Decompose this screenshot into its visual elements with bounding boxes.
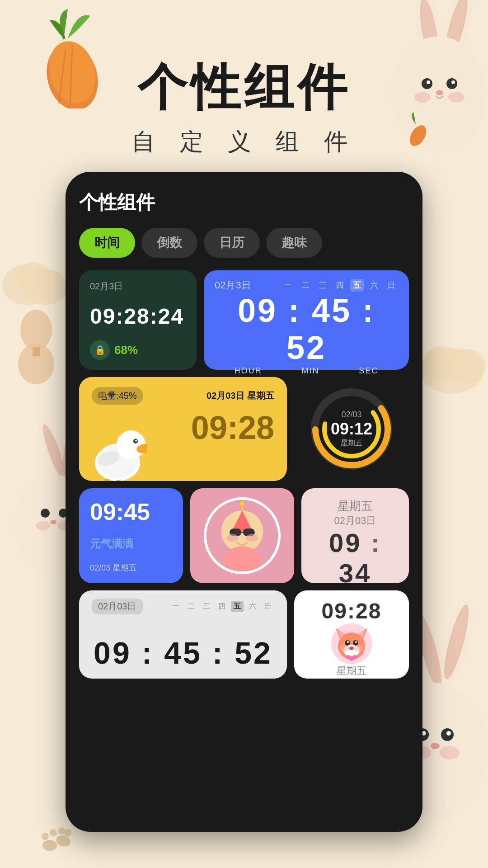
cute-weekday: 星期五 [337,664,366,678]
battery-row: 🔒 68% [90,340,186,360]
widget-blue-clock[interactable]: 02月3日 一 二 三 四 五 六 日 09 : 45 : 52 HOUR MI… [204,270,409,370]
widget-pink-time[interactable]: 星期五 02月03日 09 : 34 [301,488,409,583]
svg-point-25 [39,423,69,481]
avatar-circle [204,497,281,574]
svg-point-87 [354,645,363,651]
tab-countdown[interactable]: 倒数 [141,228,197,258]
svg-point-37 [432,597,480,689]
battery-text: 68% [114,343,138,357]
svg-point-44 [446,731,451,736]
pink-weekday: 星期五 [314,498,396,514]
svg-point-28 [41,509,50,518]
svg-point-49 [42,840,57,851]
wd-sat: 六 [367,279,381,292]
svg-point-78 [345,640,350,646]
wd-thu: 四 [333,279,347,292]
svg-point-42 [441,728,454,741]
yellow-battery: 电量:45% [92,387,143,405]
white-date: 02月03日 [92,599,143,614]
svg-point-72 [227,534,239,542]
yellow-date: 02月03日 星期五 [206,390,274,402]
widget-yellow-duck[interactable]: 电量:45% 02月03日 星期五 09:28 [79,377,287,481]
phone-mockup: 个性组件 时间 倒数 日历 趣味 02月3日 09:28:24 🔒 6 [66,172,422,832]
svg-point-7 [441,0,472,62]
svg-point-54 [64,829,71,836]
pink-date: 02月03日 [314,514,396,528]
svg-point-30 [50,520,56,524]
w-wd-wed: 三 [200,601,213,612]
white-weekdays: 一 二 三 四 五 六 日 [169,601,274,612]
svg-point-34 [422,346,463,382]
white-time: 09 : 45 : 52 [92,635,274,670]
svg-point-85 [353,655,357,659]
pink-time-display: 09 : 34 [314,528,396,588]
min-label: MIN [301,366,319,376]
svg-point-50 [55,834,71,848]
widget-circle-clock[interactable]: 02/03 09:12 星期五 [294,377,409,481]
sec-label: SEC [359,366,378,376]
wd-sun: 日 [385,279,398,292]
svg-point-17 [2,264,52,305]
svg-rect-22 [33,347,40,356]
blue-date: 02月3日 [215,278,251,292]
svg-point-82 [349,646,354,650]
duck-illustration [88,413,147,481]
svg-point-47 [440,746,460,760]
w-wd-sun: 日 [262,601,274,612]
page-title-area: 个性组件 自 定 义 组 件 [0,54,488,158]
w-wd-mon: 一 [169,601,182,612]
svg-point-80 [347,641,349,643]
tab-time[interactable]: 时间 [79,228,135,258]
dark-widget-date: 02月3日 [90,280,186,292]
svg-point-21 [18,344,54,384]
blue-small-time: 09:45 [90,498,172,525]
w-wd-tue: 二 [185,601,197,612]
widget-row-1: 02月3日 09:28:24 🔒 68% 02月3日 一 二 三 四 五 [79,270,409,370]
dark-widget-time: 09:28:24 [90,304,186,329]
widget-white-digital[interactable]: 02月03日 一 二 三 四 五 六 日 09 : 45 : 52 [79,590,287,679]
w-wd-thu: 四 [216,601,228,612]
avatar-illustration [206,497,278,574]
tab-calendar[interactable]: 日历 [204,228,260,258]
svg-point-19 [16,262,52,294]
widget-row-2: 电量:45% 02月03日 星期五 09:28 [79,377,409,481]
blue-small-slogan: 元气满满 [90,537,172,551]
w-wd-fri: 五 [231,601,244,612]
widget-blue-small[interactable]: 09:45 元气满满 02/03 星期五 [79,488,183,583]
sub-title: 自 定 义 组 件 [0,126,488,158]
yellow-top: 电量:45% 02月03日 星期五 [92,387,274,405]
svg-point-39 [440,603,474,681]
wd-tue: 二 [299,279,312,292]
hour-label: HOUR [235,366,262,376]
svg-point-81 [355,641,357,643]
svg-point-79 [353,640,358,646]
blue-labels: HOUR MIN SEC [215,366,398,376]
widget-dark-time[interactable]: 02月3日 09:28:24 🔒 68% [79,270,197,370]
svg-point-51 [42,833,49,840]
svg-point-45 [431,743,440,749]
w-wd-sat: 六 [246,601,259,612]
app-title: 个性组件 [79,190,409,215]
svg-point-64 [324,402,379,456]
svg-point-31 [36,521,50,530]
cute-avatar [331,623,372,664]
battery-icon: 🔒 [90,340,110,360]
blue-top: 02月3日 一 二 三 四 五 六 日 [215,278,398,292]
svg-point-53 [58,827,65,835]
widget-cute-animal[interactable]: 09:28 [294,590,409,679]
circle-outer: 02/03 09:12 星期五 [311,388,392,470]
svg-point-18 [23,269,68,305]
widget-avatar[interactable] [190,488,294,583]
svg-point-52 [50,829,57,836]
wd-wed: 三 [316,279,329,292]
tab-fun[interactable]: 趣味 [266,228,322,258]
svg-point-68 [240,501,244,505]
widget-row-4: 02月03日 一 二 三 四 五 六 日 09 : 45 : 52 09:28 [79,590,409,679]
svg-point-20 [20,310,52,350]
widget-row-3: 09:45 元气满满 02/03 星期五 [79,488,409,583]
tab-bar: 时间 倒数 日历 趣味 [79,228,409,258]
svg-point-35 [445,349,486,383]
blue-clock-time: 09 : 45 : 52 [215,292,398,366]
blue-small-date: 02/03 星期五 [90,562,172,573]
svg-point-73 [246,534,258,542]
